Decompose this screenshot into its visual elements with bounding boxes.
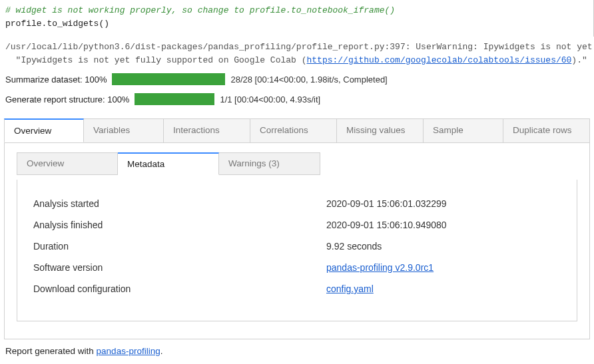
meta-row-analysis-finished: Analysis finished 2020-09-01 15:06:10.94… xyxy=(33,214,561,236)
meta-row-duration: Duration 9.92 seconds xyxy=(33,236,561,257)
warning-line2-suffix: )." xyxy=(571,55,592,65)
warning-output: /usr/local/lib/python3.6/dist-packages/p… xyxy=(0,37,594,69)
meta-value: 9.92 seconds xyxy=(326,241,382,252)
progress-stats: 28/28 [00:14<00:00, 1.98it/s, Completed] xyxy=(230,75,387,85)
meta-label: Analysis started xyxy=(33,198,326,209)
progress-bar-fill xyxy=(135,93,214,105)
report-body: Overview Metadata Warnings (3) Analysis … xyxy=(4,142,590,339)
warning-link[interactable]: https://github.com/googlecolab/colabtool… xyxy=(306,55,571,65)
progress-row-report: Generate report structure: 100% 1/1 [00:… xyxy=(0,89,594,109)
progress-label: Generate report structure: 100% xyxy=(5,94,129,104)
progress-bar-fill xyxy=(112,73,225,85)
meta-row-download-config: Download configuration config.yaml xyxy=(33,278,561,299)
code-cell: # widget is not working properly, so cha… xyxy=(0,0,594,37)
progress-bar xyxy=(112,73,225,85)
tab-variables[interactable]: Variables xyxy=(84,118,164,142)
metadata-table: Analysis started 2020-09-01 15:06:01.032… xyxy=(33,193,561,299)
progress-bar xyxy=(135,93,214,105)
tab-overview[interactable]: Overview xyxy=(4,118,84,142)
meta-label: Download configuration xyxy=(33,283,326,294)
meta-label: Software version xyxy=(33,262,326,273)
tab-missing-values[interactable]: Missing values xyxy=(337,118,424,142)
software-version-link[interactable]: pandas-profiling v2.9.0rc1 xyxy=(326,262,434,273)
sub-tab-strip: Overview Metadata Warnings (3) xyxy=(17,152,577,175)
code-comment: # widget is not working properly, so cha… xyxy=(5,5,395,15)
footer-suffix: . xyxy=(160,346,163,356)
tab-sample[interactable]: Sample xyxy=(424,118,503,142)
progress-row-summarize: Summarize dataset: 100% 28/28 [00:14<00:… xyxy=(0,69,594,89)
meta-row-analysis-started: Analysis started 2020-09-01 15:06:01.032… xyxy=(33,193,561,214)
meta-row-software-version: Software version pandas-profiling v2.9.0… xyxy=(33,257,561,278)
subtab-warnings[interactable]: Warnings (3) xyxy=(219,152,320,175)
warning-line1: /usr/local/lib/python3.6/dist-packages/p… xyxy=(5,42,594,52)
meta-label: Duration xyxy=(33,241,326,252)
meta-value: pandas-profiling v2.9.0rc1 xyxy=(326,262,434,273)
tab-interactions[interactable]: Interactions xyxy=(164,118,250,142)
main-tab-strip: Overview Variables Interactions Correlat… xyxy=(4,118,590,142)
meta-value: 2020-09-01 15:06:10.949080 xyxy=(326,220,447,230)
metadata-panel: Analysis started 2020-09-01 15:06:01.032… xyxy=(17,180,577,321)
warning-line2-prefix: "Ipywidgets is not yet fully supported o… xyxy=(5,55,306,65)
pandas-profiling-link[interactable]: pandas-profiling xyxy=(97,346,160,356)
code-line: profile.to_widgets() xyxy=(5,19,109,29)
progress-stats: 1/1 [00:04<00:00, 4.93s/it] xyxy=(220,94,320,104)
meta-value: 2020-09-01 15:06:01.032299 xyxy=(326,198,447,209)
subtab-metadata[interactable]: Metadata xyxy=(118,152,219,175)
tab-correlations[interactable]: Correlations xyxy=(250,118,337,142)
meta-label: Analysis finished xyxy=(33,220,326,230)
progress-label: Summarize dataset: 100% xyxy=(5,75,107,85)
report-footer: Report generated with pandas-profiling. xyxy=(0,339,594,359)
footer-prefix: Report generated with xyxy=(5,346,97,356)
meta-value: config.yaml xyxy=(326,283,374,294)
subtab-overview[interactable]: Overview xyxy=(17,152,118,175)
tab-duplicate-rows[interactable]: Duplicate rows xyxy=(503,118,590,142)
config-yaml-link[interactable]: config.yaml xyxy=(326,283,374,294)
